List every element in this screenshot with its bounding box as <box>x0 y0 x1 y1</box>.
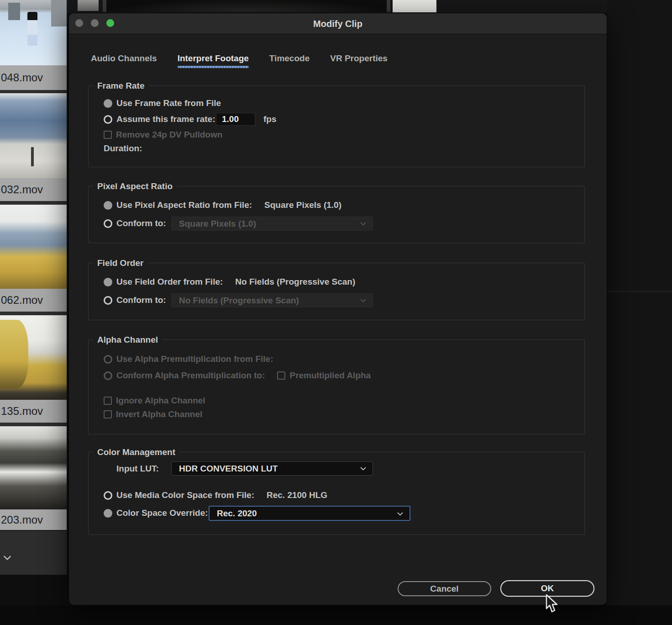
clip-thumbnail[interactable] <box>0 93 67 178</box>
cancel-button[interactable]: Cancel <box>398 581 491 596</box>
section-legend: Pixel Aspect Ratio <box>93 181 177 191</box>
color-management-section: Color Management Input LUT: HDR CONVERSI… <box>88 452 585 535</box>
alpha-use-from-file-radio <box>104 355 112 364</box>
field-order-conform-dropdown: No Fields (Progressive Scan) <box>171 293 373 307</box>
divider <box>0 90 67 93</box>
clip-filename[interactable]: 062.mov <box>0 289 67 312</box>
dropdown-value: Rec. 2020 <box>217 508 257 519</box>
field-order-conform-radio[interactable] <box>104 296 112 305</box>
checkbox-label: Remove 24p DV Pulldown <box>116 130 222 140</box>
thumbnail-detail <box>0 320 28 388</box>
section-legend: Color Management <box>93 447 179 457</box>
radio-label: Use Pixel Aspect Ratio from File: <box>116 200 252 210</box>
radio-label: Use Alpha Premultiplication from File: <box>116 354 273 364</box>
dialog-titlebar: Modify Clip <box>69 13 607 34</box>
clip-thumbnail[interactable] <box>0 426 67 509</box>
section-legend: Frame Rate <box>93 80 149 91</box>
panel-seam <box>607 291 672 292</box>
clip-thumbnail[interactable] <box>0 205 67 289</box>
use-media-color-space-radio[interactable] <box>104 491 112 500</box>
radio-label: Assume this frame rate: <box>116 114 215 124</box>
par-conform-dropdown: Square Pixels (1.0) <box>171 217 373 231</box>
clip-filename[interactable]: 203.mov <box>0 509 67 530</box>
dialog-tabs: Audio Channels Interpret Footage Timecod… <box>91 53 388 68</box>
section-legend: Alpha Channel <box>93 334 162 345</box>
clip-thumbnail[interactable] <box>0 315 67 400</box>
ignore-alpha-checkbox <box>104 397 112 405</box>
tab-audio-channels[interactable]: Audio Channels <box>91 53 157 68</box>
thumbnail-detail <box>31 147 34 166</box>
tab-vr-properties[interactable]: VR Properties <box>330 53 388 68</box>
assume-frame-rate-radio[interactable] <box>104 115 112 124</box>
chevron-down-icon[interactable] <box>4 553 11 561</box>
chevron-down-icon <box>360 297 366 302</box>
checkbox-label: Premultiplied Alpha <box>289 371 371 381</box>
radio-label: Conform to: <box>116 218 166 228</box>
dialog-title: Modify Clip <box>69 13 607 34</box>
clip-filename[interactable]: 032.mov <box>0 178 67 201</box>
divider <box>0 423 67 426</box>
par-conform-radio[interactable] <box>104 219 112 228</box>
checkbox-label: Ignore Alpha Channel <box>116 396 205 406</box>
use-frame-rate-from-file-radio[interactable] <box>104 99 112 108</box>
invert-alpha-checkbox <box>104 410 112 418</box>
modify-clip-dialog: Modify Clip Audio Channels Interpret Foo… <box>68 13 607 605</box>
fps-label: fps <box>263 114 277 124</box>
input-lut-dropdown[interactable]: HDR CONVERSION LUT <box>171 461 373 476</box>
radio-label: Conform Alpha Premultiplication to: <box>116 371 265 381</box>
radio-label: Conform to: <box>116 295 166 305</box>
use-par-from-file-radio[interactable] <box>104 201 112 210</box>
screen: 048.mov 032.mov 062.mov 135.mov 203.mov … <box>0 0 672 625</box>
dropdown-value: No Fields (Progressive Scan) <box>179 296 299 306</box>
dropdown-value: Square Pixels (1.0) <box>179 219 256 229</box>
background-thumbnail-fragment <box>103 0 390 12</box>
radio-label: Use Field Order from File: <box>116 277 223 287</box>
thumbnail-detail <box>8 3 20 20</box>
media-bin-footer <box>0 530 67 575</box>
duration-label: Duration: <box>104 143 142 154</box>
mouse-cursor <box>545 594 559 614</box>
chevron-down-icon <box>397 510 403 516</box>
background-panel <box>607 0 672 625</box>
premultiplied-alpha-checkbox <box>277 371 285 380</box>
background-panel <box>0 605 672 625</box>
radio-label: Use Media Color Space from File: <box>116 490 254 500</box>
background-thumbnail-fragment <box>78 0 99 11</box>
input-lut-label: Input LUT: <box>116 464 159 474</box>
color-space-override-dropdown[interactable]: Rec. 2020 <box>209 506 410 521</box>
field-order-section: Field Order Use Field Order from File: N… <box>88 263 585 320</box>
clip-thumbnail[interactable] <box>0 0 67 65</box>
radio-label: Use Frame Rate from File <box>116 98 221 108</box>
background-thumbnails-strip <box>68 0 672 13</box>
clip-filename[interactable]: 048.mov <box>0 65 67 90</box>
chevron-down-icon <box>360 465 366 471</box>
dropdown-value: HDR CONVERSION LUT <box>179 464 278 474</box>
tab-interpret-footage[interactable]: Interpret Footage <box>178 53 249 68</box>
thumbnail-detail <box>27 12 37 46</box>
checkbox-label: Invert Alpha Channel <box>116 409 202 419</box>
background-thumbnail-fragment <box>393 0 436 12</box>
radio-label: Color Space Override: <box>116 508 208 518</box>
use-field-order-from-file-radio[interactable] <box>104 278 112 286</box>
frame-rate-section: Frame Rate Use Frame Rate from File Assu… <box>88 85 585 167</box>
alpha-conform-radio <box>104 371 112 380</box>
section-legend: Field Order <box>93 258 147 268</box>
color-space-override-radio[interactable] <box>104 509 112 518</box>
frame-rate-input[interactable]: 1.00 <box>216 113 255 126</box>
divider <box>0 312 67 315</box>
remove-pulldown-checkbox <box>104 131 112 139</box>
divider <box>0 201 67 205</box>
par-from-file-value: Square Pixels (1.0) <box>264 200 341 210</box>
pixel-aspect-ratio-section: Pixel Aspect Ratio Use Pixel Aspect Rati… <box>88 186 585 243</box>
chevron-down-icon <box>360 220 366 226</box>
alpha-channel-section: Alpha Channel Use Alpha Premultiplicatio… <box>88 339 585 434</box>
media-color-space-value: Rec. 2100 HLG <box>267 490 327 500</box>
field-order-from-file-value: No Fields (Progressive Scan) <box>235 277 355 287</box>
tab-timecode[interactable]: Timecode <box>269 53 310 68</box>
media-bin-panel: 048.mov 032.mov 062.mov 135.mov 203.mov <box>0 0 68 575</box>
thumbnail-detail <box>51 0 67 26</box>
clip-filename[interactable]: 135.mov <box>0 400 67 423</box>
